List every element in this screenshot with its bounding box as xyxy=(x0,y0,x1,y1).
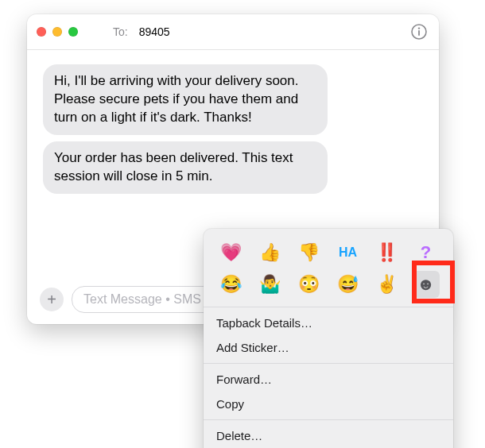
tapback-grid: 💗 👍 👎 HA ‼️ ? 😂 🤷‍♂️ 😳 😅 ✌️ ☻ xyxy=(204,237,453,303)
plus-icon[interactable]: + xyxy=(40,288,64,311)
menu-separator xyxy=(204,307,453,307)
context-menu: 💗 👍 👎 HA ‼️ ? 😂 🤷‍♂️ 😳 😅 ✌️ ☻ Tapback De… xyxy=(204,229,453,448)
menu-separator xyxy=(204,419,453,420)
emoji-flushed[interactable]: 😳 xyxy=(296,271,323,298)
to-label: To: xyxy=(113,25,128,38)
menu-delete[interactable]: Delete… xyxy=(204,423,453,448)
tapback-thumbs-down[interactable]: 👎 xyxy=(296,239,323,266)
tapback-ha[interactable]: HA xyxy=(335,239,362,266)
menu-forward[interactable]: Forward… xyxy=(204,367,453,392)
more-emoji-icon[interactable]: ☻ xyxy=(413,271,440,298)
titlebar: To: 89405 xyxy=(27,14,439,50)
tapback-heart[interactable]: 💗 xyxy=(218,239,245,266)
menu-add-sticker[interactable]: Add Sticker… xyxy=(204,335,453,360)
emoji-sweat[interactable]: 😅 xyxy=(335,271,362,298)
emoji-joy[interactable]: 😂 xyxy=(218,271,245,298)
recipient-value: 89405 xyxy=(139,25,170,38)
info-icon[interactable] xyxy=(409,21,429,42)
tapback-thumbs-up[interactable]: 👍 xyxy=(257,239,284,266)
close-window-button[interactable] xyxy=(37,27,46,37)
traffic-lights xyxy=(37,27,78,37)
menu-copy[interactable]: Copy xyxy=(204,392,453,416)
emoji-peace[interactable]: ✌️ xyxy=(374,271,401,298)
tapback-exclaim[interactable]: ‼️ xyxy=(374,239,401,266)
menu-separator xyxy=(204,363,453,364)
svg-rect-2 xyxy=(418,30,420,36)
emoji-shrug[interactable]: 🤷‍♂️ xyxy=(257,271,284,298)
menu-tapback-details[interactable]: Tapback Details… xyxy=(204,311,453,335)
message-bubble[interactable]: Hi, I'll be arriving with your delivery … xyxy=(43,64,328,135)
minimize-window-button[interactable] xyxy=(52,27,62,37)
message-bubble[interactable]: Your order has been delivered. This text… xyxy=(43,141,328,194)
zoom-window-button[interactable] xyxy=(68,27,78,37)
svg-point-1 xyxy=(418,27,420,29)
tapback-question[interactable]: ? xyxy=(413,239,440,266)
